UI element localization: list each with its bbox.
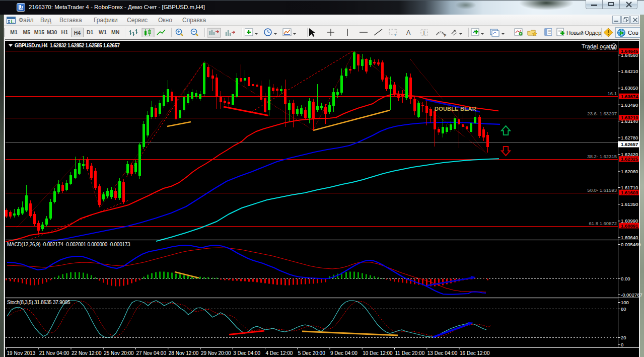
svg-text:13 Dec 04:00: 13 Dec 04:00 bbox=[427, 350, 458, 356]
svg-text:0.005469: 0.005469 bbox=[621, 242, 641, 247]
svg-text:4 Dec 12:00: 4 Dec 12:00 bbox=[266, 350, 293, 356]
svg-text:9 Dec 04:00: 9 Dec 04:00 bbox=[330, 350, 357, 356]
svg-text:0: 0 bbox=[621, 342, 623, 347]
svg-text:23.6- 1.63207: 23.6- 1.63207 bbox=[587, 111, 617, 116]
svg-text:38.2- 1.62315: 38.2- 1.62315 bbox=[587, 154, 617, 159]
svg-text:19 Nov 2013: 19 Nov 2013 bbox=[7, 350, 36, 356]
svg-text:16 Dec 12:00: 16 Dec 12:00 bbox=[460, 350, 490, 356]
svg-text:80: 80 bbox=[621, 306, 626, 312]
svg-text:1.64645: 1.64645 bbox=[621, 48, 638, 54]
svg-text:TradeLocator: TradeLocator bbox=[582, 43, 616, 49]
svg-text:1.62780: 1.62780 bbox=[621, 135, 638, 140]
svg-text:61.8 1.60872: 61.8 1.60872 bbox=[589, 221, 617, 226]
svg-text:1.60891: 1.60891 bbox=[621, 223, 638, 229]
svg-text:1.63850: 1.63850 bbox=[621, 85, 638, 91]
svg-text:1.62657: 1.62657 bbox=[621, 141, 638, 147]
svg-text:MACD(12,26,9) -0.002174 -0.002: MACD(12,26,9) -0.002174 -0.002001 0.0000… bbox=[7, 242, 130, 247]
svg-text:10 Dec 12:00: 10 Dec 12:00 bbox=[363, 350, 393, 356]
svg-text:16.1: 16.1 bbox=[608, 91, 617, 96]
svg-text:28 Nov 12:00: 28 Nov 12:00 bbox=[169, 350, 199, 356]
svg-text:1.61603: 1.61603 bbox=[621, 190, 638, 195]
svg-text:1.63490: 1.63490 bbox=[621, 102, 638, 108]
svg-text:DOUBLE BEAR: DOUBLE BEAR bbox=[435, 106, 476, 112]
svg-text:1.62060: 1.62060 bbox=[621, 169, 638, 174]
svg-text:100: 100 bbox=[621, 300, 629, 305]
svg-text:5 Dec 20:00: 5 Dec 20:00 bbox=[298, 350, 325, 356]
svg-text:20: 20 bbox=[621, 335, 626, 340]
svg-text:1.61350: 1.61350 bbox=[621, 201, 638, 207]
svg-text:0.00: 0.00 bbox=[621, 276, 630, 281]
svg-text:21 Nov 04:00: 21 Nov 04:00 bbox=[39, 350, 69, 356]
svg-text:25 Nov 20:00: 25 Nov 20:00 bbox=[104, 350, 134, 356]
svg-text:29 Nov 20:00: 29 Nov 20:00 bbox=[201, 350, 231, 356]
svg-text:27 Nov 04:00: 27 Nov 04:00 bbox=[136, 350, 167, 356]
svg-text:3 Dec 04:00: 3 Dec 04:00 bbox=[233, 350, 260, 356]
svg-text:GBPUSD.m,H4 1.62832 1.62852 1: GBPUSD.m,H4 1.62832 1.62852 1.62585 1.62… bbox=[15, 43, 120, 48]
svg-text:1.62325: 1.62325 bbox=[621, 156, 638, 162]
svg-text:1.64210: 1.64210 bbox=[621, 68, 638, 74]
svg-text:11 Dec 20:00: 11 Dec 20:00 bbox=[395, 350, 425, 356]
svg-text:22 Nov 12:00: 22 Nov 12:00 bbox=[71, 350, 102, 356]
svg-text:1.63674: 1.63674 bbox=[621, 94, 638, 99]
svg-text:Stoch(8,3,5) 31.8635 37.9095: Stoch(8,3,5) 31.8635 37.9095 bbox=[7, 300, 70, 305]
svg-text:50.0- 1.61593: 50.0- 1.61593 bbox=[587, 187, 617, 193]
svg-text:-0.002787: -0.002787 bbox=[621, 292, 642, 298]
svg-text:1.60640: 1.60640 bbox=[621, 235, 638, 240]
svg-text:1.63210: 1.63210 bbox=[621, 115, 638, 120]
